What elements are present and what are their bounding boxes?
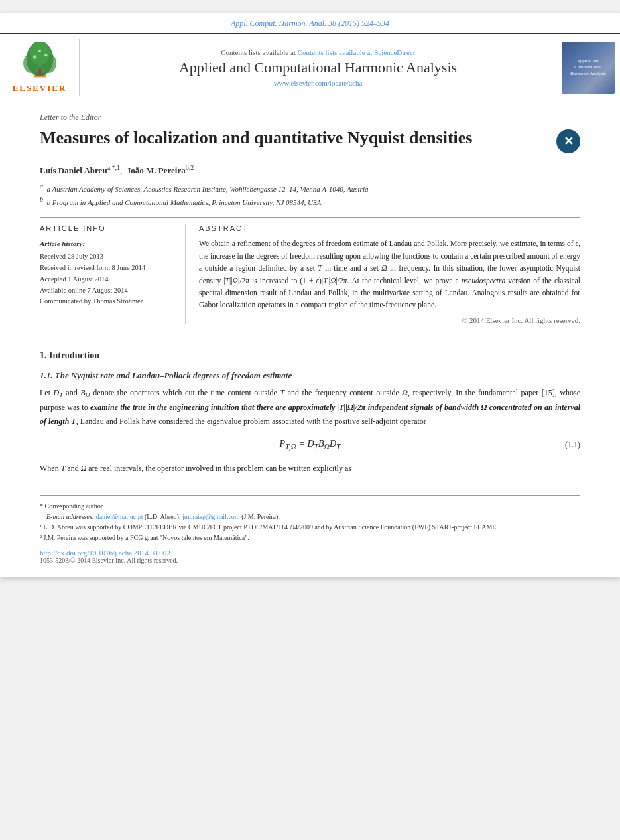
copyright-line: © 2014 Elsevier Inc. All rights reserved…	[199, 316, 580, 324]
journal-title-section: Contents lists available at Contents lis…	[80, 39, 556, 96]
journal-title: Applied and Computational Harmonic Analy…	[179, 59, 457, 76]
cover-text: Applied andComputationalHarmonic Analysi…	[569, 57, 607, 78]
abstract-column: ABSTRACT We obtain a refinement of the d…	[199, 224, 580, 324]
footnote-1: ¹ L.D. Abreu was supported by COMPETE/FE…	[40, 522, 580, 533]
footnote-2: ² J.M. Pereira was supported by a FCG gr…	[40, 533, 580, 543]
doi-line[interactable]: http://dx.doi.org/10.1016/j.acha.2014.08…	[40, 549, 580, 557]
author-1: Luís Daniel Abreu	[40, 165, 107, 175]
authors-line: Luís Daniel Abreua,*,1, João M. Pereirab…	[40, 164, 580, 176]
svg-point-6	[32, 55, 36, 59]
article-info-header: ARTICLE INFO	[40, 224, 176, 232]
email-1[interactable]: daniel@mat.uc.pt	[96, 513, 143, 520]
elsevier-logo: ELSEVIER	[0, 39, 80, 96]
paragraph-1: Let DT and BΩ denote the operators which…	[40, 386, 580, 428]
history-communicated: Communicated by Thomas Strohmer	[40, 296, 176, 307]
svg-point-8	[38, 50, 41, 52]
affil-sup-a1: a,*,1	[107, 164, 120, 171]
history-accepted: Accepted 1 August 2014	[40, 274, 176, 285]
affil-letter-b: b	[40, 196, 43, 203]
divider-2	[40, 338, 580, 338]
history-received: Received 28 July 2013	[40, 251, 176, 263]
history-label: Article history:	[40, 238, 176, 250]
info-abstract-section: ARTICLE INFO Article history: Received 2…	[40, 224, 580, 324]
affil-sup-b2: b,2	[186, 164, 194, 171]
affiliation-b: b b Program in Applied and Computational…	[40, 194, 580, 208]
crossmark-badge[interactable]: ✕	[556, 129, 580, 153]
section-1-number: 1.	[40, 350, 47, 360]
contents-available-line: Contents lists available at Contents lis…	[221, 48, 415, 56]
abstract-header: ABSTRACT	[199, 224, 580, 232]
subsection-1-1-heading: 1.1. The Nyquist rate and Landau–Pollack…	[40, 370, 580, 381]
elsevier-wordmark: ELSEVIER	[13, 83, 67, 94]
email-2[interactable]: jmoraisp@gmail.com	[182, 513, 240, 520]
journal-url[interactable]: www.elsevier.com/locate/acha	[274, 79, 363, 87]
affiliation-a: a a Austrian Academy of Sciences, Acoust…	[40, 181, 580, 194]
doi-text[interactable]: http://dx.doi.org/10.1016/j.acha.2014.08…	[40, 549, 170, 557]
history-revised: Received in revised form 8 June 2014	[40, 263, 176, 274]
affiliations: a a Austrian Academy of Sciences, Acoust…	[40, 181, 580, 208]
author-2: João M. Pereira	[127, 165, 186, 175]
divider-1	[40, 217, 580, 218]
svg-rect-5	[38, 69, 42, 75]
journal-cover-thumbnail: Applied andComputationalHarmonic Analysi…	[562, 42, 615, 94]
affil-a-text: a Austrian Academy of Sciences, Acoustic…	[47, 185, 369, 193]
paragraph-2: When T and Ω are real intervals, the ope…	[40, 462, 580, 475]
section-1-heading: 1. Introduction	[40, 350, 580, 361]
letter-label: Letter to the Editor	[40, 113, 580, 123]
subsection-number: 1.1.	[40, 370, 53, 380]
footnote-corresponding: * Corresponding author.	[40, 501, 580, 512]
email-label: E-mail addresses:	[46, 513, 94, 520]
history-online: Available online 7 August 2014	[40, 285, 176, 297]
page: Appl. Comput. Harmon. Anal. 38 (2015) 52…	[0, 13, 620, 577]
affil-letter-a: a	[40, 182, 43, 190]
equation-content: PT,Ω = DTBΩDT	[279, 439, 340, 451]
content-body: Letter to the Editor Measures of localiz…	[0, 102, 620, 577]
journal-ref-text: Appl. Comput. Harmon. Anal. 38 (2015) 52…	[231, 19, 389, 28]
affil-b-text: b Program in Applied and Computational M…	[47, 198, 322, 206]
section-1-label: Introduction	[49, 350, 99, 360]
footnote-email: E-mail addresses: daniel@mat.uc.pt (L.D.…	[40, 512, 580, 522]
footnotes-section: * Corresponding author. E-mail addresses…	[40, 495, 580, 543]
equation-number: (1.1)	[565, 440, 580, 450]
journal-header: ELSEVIER Contents lists available at Con…	[0, 33, 620, 102]
subsection-label: The Nyquist rate and Landau–Pollack degr…	[55, 370, 292, 380]
abstract-text: We obtain a refinement of the degrees of…	[199, 238, 580, 311]
paper-title: Measures of localization and quantitativ…	[40, 127, 472, 149]
equation-1-1: PT,Ω = DTBΩDT (1.1)	[40, 439, 580, 451]
article-info-column: ARTICLE INFO Article history: Received 2…	[40, 224, 186, 324]
svg-point-7	[44, 54, 47, 57]
crossmark-icon: ✕	[564, 134, 574, 149]
sciencedirect-link[interactable]: Contents lists available at ScienceDirec…	[298, 48, 415, 56]
article-history: Article history: Received 28 July 2013 R…	[40, 238, 176, 307]
elsevier-tree-icon	[13, 42, 66, 82]
issn-line: 1053-5203/© 2014 Elsevier Inc. All right…	[40, 557, 580, 564]
journal-reference: Appl. Comput. Harmon. Anal. 38 (2015) 52…	[0, 13, 620, 33]
